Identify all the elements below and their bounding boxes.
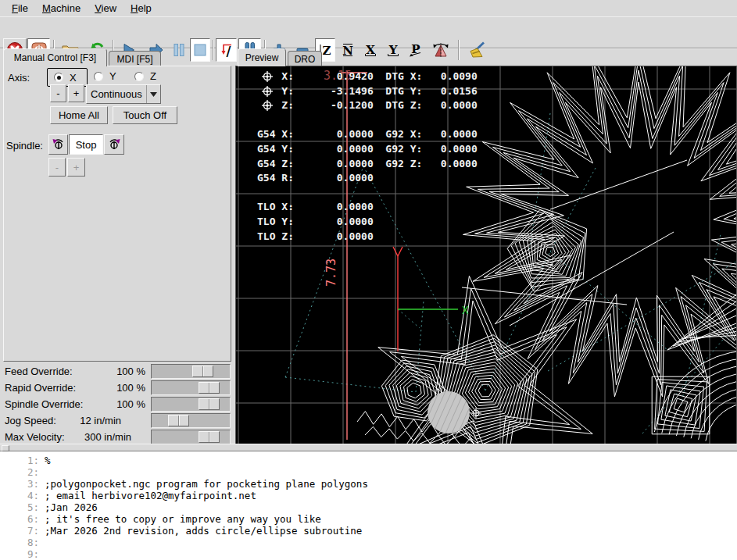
- gcode-line-number: 5:: [0, 501, 39, 513]
- override-label: Spindle Override:: [5, 398, 83, 410]
- axis-label: Axis:: [8, 72, 30, 84]
- axis-radio-z[interactable]: Z: [134, 70, 156, 82]
- override-slider[interactable]: [151, 397, 231, 412]
- touch-off-label: Touch Off: [123, 109, 166, 121]
- jog-plus-button[interactable]: +: [68, 84, 84, 102]
- x-axis-label: X: [462, 304, 469, 316]
- radio-y-indicator: [94, 72, 103, 81]
- axis-z-label: Z: [150, 70, 156, 82]
- gcode-line: 1:%: [0, 455, 737, 466]
- menu-machine[interactable]: Machine: [35, 1, 88, 16]
- homed-icon-y: [262, 86, 273, 97]
- slider-handle[interactable]: [192, 366, 213, 377]
- jog-minus-button[interactable]: -: [50, 84, 66, 102]
- axis-y-label: Y: [109, 70, 116, 82]
- gcode-line-number: 8:: [0, 537, 39, 548]
- jog-mode-value: Continuous: [87, 88, 146, 100]
- slider-handle[interactable]: [168, 415, 189, 426]
- extent-dim-height: 7.73: [324, 259, 338, 287]
- tab-mdi[interactable]: MDI [F5]: [109, 51, 161, 66]
- chevron-down-icon: [150, 92, 157, 97]
- spindle-label: Spindle:: [6, 140, 43, 152]
- override-value: 100 %: [116, 398, 145, 410]
- override-slider[interactable]: [151, 364, 231, 379]
- spindle-cw-button[interactable]: [104, 134, 124, 155]
- gcode-line: 9:: [0, 548, 737, 560]
- override-label: Jog Speed:: [5, 415, 56, 426]
- svg-text:Z: Z: [323, 44, 331, 58]
- override-slider[interactable]: [151, 430, 231, 444]
- sash-handle[interactable]: [2, 445, 9, 451]
- spindle-cw-icon: [107, 137, 121, 152]
- rotate-view-icon: [431, 41, 451, 59]
- jog-mode-combobox[interactable]: Continuous: [86, 84, 161, 104]
- homed-icon-x: [262, 71, 273, 82]
- gcode-line-text: ;Jan 2026: [45, 501, 98, 513]
- gcode-line-number: 7:: [0, 525, 39, 537]
- tab-dro-label: DRO: [295, 54, 316, 65]
- radio-x-indicator: [54, 73, 63, 82]
- axis-window: { "menu": {"items": ["File", "Machine", …: [0, 0, 737, 560]
- gcode-line: 5:;Jan 2026: [0, 501, 737, 513]
- tab-preview[interactable]: Preview: [238, 48, 286, 66]
- spindle-minus-button[interactable]: -: [48, 158, 66, 177]
- gcode-line: 4:; email herbivore102@myfairpoint.net: [0, 490, 737, 501]
- spindle-plus-label: +: [73, 162, 80, 173]
- spindle-stop-button[interactable]: Stop: [69, 134, 103, 155]
- view-z-rotated-icon: N: [340, 42, 356, 58]
- homed-icon-z: [262, 100, 273, 111]
- left-panel: Manual Control [F3] MDI [F5] Axis: X Y Z…: [0, 48, 234, 445]
- gcode-line-number: 4:: [0, 490, 39, 501]
- clear-plot-button[interactable]: [463, 38, 492, 62]
- gcode-line: 3:;polygonpocket.ngc program for pocketi…: [0, 478, 737, 490]
- override-slider[interactable]: [151, 380, 231, 395]
- slider-handle[interactable]: [199, 431, 220, 443]
- gcode-line-number: 2:: [0, 466, 39, 478]
- tab-preview-label: Preview: [245, 52, 279, 63]
- tab-dro[interactable]: DRO: [288, 51, 322, 66]
- tab-manual-control[interactable]: Manual Control [F3]: [3, 48, 107, 66]
- view-p-button[interactable]: P: [405, 38, 426, 62]
- override-label: Max Velocity:: [5, 431, 65, 443]
- view-p-icon: P: [408, 42, 424, 58]
- override-slider[interactable]: [151, 413, 231, 428]
- override-value: 100 %: [116, 366, 145, 377]
- menu-view[interactable]: View: [88, 1, 123, 16]
- gcode-line: 7:;Mar 2026 2nd revision, adds circle/el…: [0, 525, 737, 537]
- tab-mdi-label: MDI [F5]: [116, 54, 152, 65]
- toolbar-separator: [458, 40, 460, 60]
- radio-z-indicator: [134, 72, 144, 81]
- spindle-plus-button[interactable]: +: [67, 158, 85, 177]
- svg-text:X: X: [366, 43, 375, 57]
- view-y-button[interactable]: Y: [382, 38, 403, 62]
- touch-off-button[interactable]: Touch Off: [113, 106, 177, 124]
- override-label: Feed Override:: [5, 366, 73, 377]
- preview-canvas[interactable]: 3.157.73X X: 0.9420 DTG X: 0.0090 Y: -3.…: [235, 66, 737, 445]
- spindle-ccw-icon: [52, 137, 66, 152]
- slider-handle[interactable]: [199, 382, 220, 394]
- axis-radio-y[interactable]: Y: [94, 70, 116, 82]
- home-all-label: Home All: [59, 109, 99, 121]
- override-value: 12 in/min: [80, 415, 121, 426]
- rotate-view-button[interactable]: [428, 38, 454, 62]
- pane-sash[interactable]: [0, 444, 737, 451]
- gcode-line: 2:: [0, 466, 737, 478]
- override-label: Rapid Override:: [5, 382, 76, 394]
- svg-text:N: N: [342, 44, 353, 58]
- home-all-button[interactable]: Home All: [50, 106, 108, 124]
- slider-handle[interactable]: [199, 398, 220, 410]
- gcode-line: 6:; it's free to copy or improve any way…: [0, 513, 737, 525]
- gcode-line-text: ;polygonpocket.ngc program for pocketing…: [45, 478, 368, 490]
- spindle-stop-label: Stop: [76, 139, 97, 151]
- menu-file[interactable]: File: [5, 1, 35, 16]
- gcode-line-text: ; it's free to copy or improve any way y…: [45, 513, 321, 525]
- spindle-ccw-button[interactable]: [48, 134, 68, 155]
- menu-help[interactable]: Help: [123, 1, 159, 16]
- clear-plot-broom-icon: [467, 41, 488, 59]
- jog-plus-label: +: [73, 87, 80, 99]
- gcode-listing[interactable]: 1:%2:3:;polygonpocket.ngc program for po…: [0, 451, 737, 560]
- toolbar: / M1 Z N X: [0, 17, 737, 48]
- view-x-button[interactable]: X: [360, 38, 381, 62]
- tab-manual-control-label: Manual Control [F3]: [14, 52, 96, 63]
- view-z-rotated-button[interactable]: N: [337, 38, 358, 62]
